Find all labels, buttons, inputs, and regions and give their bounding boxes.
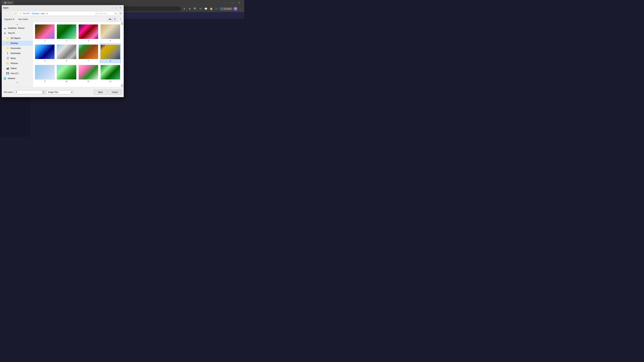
files-scroll-area: 123456789101112 (33, 22, 124, 87)
bell-icon-btn[interactable]: 🔔 (209, 6, 214, 11)
sidebar-item-music[interactable]: 🎵 Music (2, 56, 33, 61)
breadcrumb-thispc[interactable]: This PC (23, 12, 30, 15)
breadcrumb-desktop[interactable]: Desktop (32, 12, 39, 15)
window-controls: ─ □ ✕ (223, 1, 242, 4)
folder-documents-icon: 📁 (6, 46, 9, 50)
filename-label: File name: (4, 91, 13, 93)
sidebar-scroll-up-button[interactable]: ▲ (2, 23, 33, 26)
browser-tab[interactable]: Open (2, 1, 14, 4)
filetype-select[interactable]: Image Files All Files JPEG Files PNG Fil… (46, 90, 73, 94)
folder-music-icon: 🎵 (6, 57, 9, 60)
breadcrumb-dropdown-icon[interactable]: ▼ (46, 12, 48, 15)
dialog-up-button[interactable]: ↑ (13, 11, 17, 16)
dialog-maximize-button[interactable]: □ (114, 6, 118, 10)
filename-dropdown-button[interactable]: ▼ (42, 90, 45, 94)
file-name-4: 4 (110, 40, 111, 42)
bookmark-button[interactable]: ★ (182, 6, 187, 11)
file-name-6: 6 (66, 60, 67, 62)
file-name-3: 3 (88, 40, 89, 42)
file-item-5[interactable]: 5 (34, 43, 55, 63)
file-name-7: 7 (88, 60, 89, 62)
cancel-button[interactable]: Cancel (108, 90, 122, 94)
search-box[interactable]: Search pics 🔍 (96, 11, 118, 15)
files-scroll-down-button[interactable]: ▼ (121, 84, 123, 87)
search-icon-btn[interactable]: 🔍 (193, 6, 198, 11)
browser-window: Open ─ □ ✕ ← → ↻ twitch.tv/settings/prof… (0, 0, 244, 137)
breadcrumb-sep-1: › (30, 12, 31, 15)
menu-button[interactable]: ⋮ (238, 6, 243, 11)
file-item-4[interactable]: 4 (100, 23, 121, 43)
open-button[interactable]: Open (94, 90, 107, 94)
sidebar-item-pictures[interactable]: 🖼 Pictures (2, 61, 33, 66)
file-open-dialog: Open ─ □ ✕ ← → ↑ 📁 This PC › Desktop › p… (2, 5, 124, 97)
file-item-12[interactable]: 12 (100, 64, 121, 83)
filetype-select-group: Image Files All Files JPEG Files PNG Fil… (46, 90, 73, 94)
extension-button[interactable]: ■ (187, 6, 192, 11)
chat-icon-btn[interactable]: 💬 (204, 6, 208, 11)
files-grid: 123456789101112 (34, 23, 122, 83)
dialog-forward-button[interactable]: → (8, 11, 12, 16)
dialog-title: Open (3, 6, 8, 9)
view-details-button[interactable]: ☰ (112, 17, 117, 21)
breadcrumb-bar: 📁 This PC › Desktop › pics ▼ (18, 11, 96, 16)
sidebar-scroll-down-button[interactable]: ▼ (2, 81, 33, 84)
search-placeholder: Search pics (98, 12, 114, 14)
file-item-9[interactable]: 9 (34, 64, 55, 83)
sidebar-label-videos: Videos (10, 67, 16, 69)
sidebar-item-desktop[interactable]: 📁 Desktop (2, 41, 33, 46)
incognito-icon: 👤 (221, 8, 223, 10)
sidebar-item-documents[interactable]: 📁 Documents (2, 46, 33, 51)
dialog-titlebar: Open ─ □ ✕ (2, 5, 124, 10)
file-item-7[interactable]: 7 (78, 43, 99, 63)
file-item-1[interactable]: 1 (34, 23, 55, 43)
dialog-minimize-button[interactable]: ─ (110, 6, 114, 10)
file-item-2[interactable]: 2 (56, 23, 77, 43)
dialog-back-button[interactable]: ← (3, 11, 7, 16)
breadcrumb-pics: pics (41, 12, 45, 15)
profile-avatar[interactable]: M (234, 7, 238, 11)
tab-title: Open (8, 2, 12, 4)
organize-label: Organize (4, 18, 12, 20)
dialog-close-button[interactable]: ✕ (118, 6, 122, 10)
file-name-5: 5 (44, 60, 45, 62)
file-item-8[interactable]: 8 (100, 43, 121, 63)
sidebar-item-downloads[interactable]: ⬇ Downloads (2, 51, 33, 56)
sidebar-item-onedrive[interactable]: ☁ OneDrive - Person (2, 26, 33, 31)
file-name-10: 10 (66, 80, 68, 82)
organize-button[interactable]: Organize ▼ (3, 18, 16, 21)
sidebar-item-network[interactable]: 🌐 Network (2, 76, 33, 81)
new-folder-button[interactable]: New folder (17, 18, 29, 21)
help-button[interactable]: ? (118, 17, 122, 21)
file-item-11[interactable]: 11 (78, 64, 99, 83)
sidebar-item-3dobjects[interactable]: 📁 3D Objects (2, 36, 33, 41)
minimize-button[interactable]: ─ (223, 1, 229, 4)
sidebar-item-acer[interactable]: 💾 Acer (C:) (2, 71, 33, 76)
dialog-body: ▲ ☁ OneDrive - Person 🖥 This PC 📁 3D Obj… (2, 22, 124, 87)
toolbar-actions: ★ ■ 🔍 ✉ 💬 🔔 🛡 👤 Incognito M ⋮ (182, 6, 243, 11)
incognito-button[interactable]: 👤 Incognito (220, 7, 233, 10)
file-item-10[interactable]: 10 (56, 64, 77, 83)
view-toggle-button[interactable]: ■■ (108, 17, 112, 21)
filename-input[interactable] (14, 90, 42, 94)
sidebar-item-videos[interactable]: 📹 Videos (2, 66, 33, 71)
sidebar-label-3dobjects: 3D Objects (10, 37, 20, 39)
files-area: 123456789101112 ▲ ▼ (33, 22, 124, 87)
files-scroll-up-button[interactable]: ▲ (121, 22, 123, 25)
sidebar-item-thispc[interactable]: 🖥 This PC (2, 31, 33, 36)
email-icon-btn[interactable]: ✉ (198, 6, 203, 11)
file-item-6[interactable]: 6 (56, 43, 77, 63)
sidebar-label-onedrive: OneDrive - Person (8, 27, 24, 29)
sidebar-label-desktop: Desktop (10, 42, 18, 44)
browser-titlebar: Open ─ □ ✕ (0, 0, 244, 5)
file-name-12: 12 (109, 80, 111, 82)
sidebar-label-documents: Documents (10, 47, 21, 49)
breadcrumb-icon: 📁 (20, 12, 22, 15)
folder-pictures-icon: 🖼 (6, 62, 9, 65)
footer-buttons: Open Cancel (94, 90, 122, 94)
file-item-3[interactable]: 3 (78, 23, 99, 43)
close-window-button[interactable]: ✕ (236, 1, 242, 4)
shield-icon-btn[interactable]: 🛡 (214, 6, 219, 11)
maximize-button[interactable]: □ (230, 1, 236, 4)
dialog-footer: File name: ▼ Image Files All Files JPEG … (2, 87, 124, 97)
dialog-refresh-button[interactable]: ↻ (119, 12, 122, 15)
